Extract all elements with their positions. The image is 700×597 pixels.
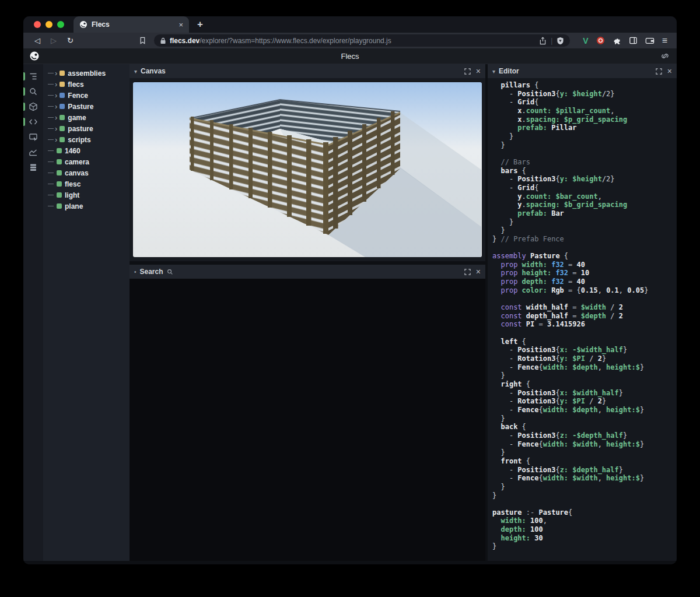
tree-item-label: flecs <box>68 80 83 89</box>
expand-chevron-icon[interactable]: › <box>55 114 57 121</box>
close-panel-icon[interactable]: × <box>476 67 481 75</box>
entity-color-swatch <box>60 115 65 120</box>
tree-connector <box>48 161 54 162</box>
share-icon[interactable] <box>539 37 547 45</box>
expand-chevron-icon[interactable]: › <box>55 136 57 143</box>
tree-item-assemblies[interactable]: ›assemblies <box>43 68 130 79</box>
expand-chevron-icon[interactable]: › <box>55 103 57 110</box>
tree-item-Pasture[interactable]: ›Pasture <box>43 101 130 112</box>
tree-connector <box>48 206 54 206</box>
tree-connector <box>48 184 54 184</box>
canvas-panel-header: ▾ Canvas × <box>130 64 485 78</box>
extensions-puzzle-icon[interactable] <box>612 36 621 45</box>
tree-item-pasture[interactable]: ›pasture <box>43 123 130 134</box>
url-domain: flecs.dev <box>170 37 200 45</box>
tree-item-flecs[interactable]: ›flecs <box>43 79 130 90</box>
tree-item-label: canvas <box>65 169 89 177</box>
tree-item-game[interactable]: ›game <box>43 112 130 123</box>
collapsed-indicator-icon[interactable]: • <box>134 269 136 275</box>
code-editor[interactable]: pillars { - Position3{y: $height/2} - Gr… <box>488 78 677 561</box>
tree-connector <box>48 128 54 129</box>
vue-devtools-icon[interactable]: V <box>583 36 588 45</box>
tree-connector <box>48 106 54 107</box>
close-window-button[interactable] <box>34 21 41 28</box>
tree-connector <box>48 73 54 73</box>
url-text: flecs.dev/explorer/?wasm=https://www.fle… <box>170 37 536 45</box>
fullscreen-icon[interactable] <box>464 269 471 275</box>
browser-window: Flecs × + ◁ ▷ ↻ flecs.dev/explorer/?wasm… <box>23 16 677 564</box>
tree-item-label: Pasture <box>68 103 93 111</box>
tree-item-light[interactable]: light <box>43 189 130 201</box>
entities-cube-icon[interactable] <box>23 99 43 114</box>
tree-item-label: flesc <box>65 180 80 188</box>
entity-color-swatch <box>57 181 62 187</box>
red-extension-icon[interactable] <box>596 36 605 45</box>
queries-rows-icon[interactable] <box>23 160 43 175</box>
tree-connector <box>48 84 54 85</box>
tree-item-flesc[interactable]: flesc <box>43 178 130 189</box>
3d-viewport[interactable] <box>133 82 482 257</box>
entity-color-swatch <box>57 192 62 198</box>
canvas-panel-title: Canvas <box>141 67 166 75</box>
collapse-chevron-icon[interactable]: ▾ <box>492 68 495 75</box>
code-text[interactable]: pillars { - Position3{y: $height/2} - Gr… <box>492 81 677 551</box>
bookmark-icon[interactable] <box>138 36 147 45</box>
canvas-screen-icon[interactable] <box>23 129 43 145</box>
brave-shield-icon[interactable] <box>556 37 564 45</box>
collapse-chevron-icon[interactable]: ▾ <box>134 68 137 75</box>
search-icon <box>167 269 173 275</box>
tree-connector <box>48 195 54 195</box>
expand-chevron-icon[interactable]: › <box>55 125 57 132</box>
tree-item-label: plane <box>65 202 83 210</box>
forward-button[interactable]: ▷ <box>47 36 61 45</box>
sidebar-panel-icon[interactable] <box>629 36 638 45</box>
app-header: Flecs <box>23 48 677 64</box>
tree-item-label: 1460 <box>65 147 80 155</box>
new-tab-button[interactable]: + <box>189 19 211 30</box>
code-icon[interactable] <box>23 114 43 129</box>
back-button[interactable]: ◁ <box>30 36 44 45</box>
entity-tree-panel: ›assemblies›flecs›Fence›Pasture›game›pas… <box>43 64 130 561</box>
expand-chevron-icon[interactable]: › <box>55 80 57 88</box>
tree-item-camera[interactable]: camera <box>43 156 130 167</box>
minimize-window-button[interactable] <box>46 21 52 28</box>
fullscreen-icon[interactable] <box>656 68 662 75</box>
tree-item-scripts[interactable]: ›scripts <box>43 134 130 145</box>
editor-panel: ▾ Editor × pillars { - Position3{y: $hei… <box>488 64 677 561</box>
search-panel-title: Search <box>140 268 163 276</box>
tree-item-1460[interactable]: 1460 <box>43 145 130 156</box>
fullscreen-icon[interactable] <box>464 68 471 75</box>
search-panel-body[interactable] <box>130 279 485 561</box>
outliner-icon[interactable] <box>23 69 43 84</box>
entity-color-swatch <box>57 170 62 175</box>
tree-item-label: light <box>65 191 79 199</box>
tree-item-Fence[interactable]: ›Fence <box>43 90 130 101</box>
tree-item-plane[interactable]: plane <box>43 201 130 212</box>
search-icon[interactable] <box>23 84 43 99</box>
reload-button[interactable]: ↻ <box>63 36 78 45</box>
desktop: Flecs × + ◁ ▷ ↻ flecs.dev/explorer/?wasm… <box>0 0 700 597</box>
expand-chevron-icon[interactable]: › <box>55 69 57 77</box>
tree-connector <box>48 139 54 140</box>
close-panel-icon[interactable]: × <box>667 67 672 75</box>
tab-close-icon[interactable]: × <box>178 21 183 29</box>
wallet-icon[interactable] <box>645 37 654 45</box>
zoom-window-button[interactable] <box>57 21 64 28</box>
browser-menu-icon[interactable]: ≡ <box>662 36 667 46</box>
favicon-flecs-logo <box>79 20 88 29</box>
tree-connector <box>48 95 54 96</box>
share-link-icon[interactable] <box>660 51 670 61</box>
close-panel-icon[interactable]: × <box>476 268 481 276</box>
tab-strip: Flecs × + <box>23 16 677 33</box>
expand-chevron-icon[interactable]: › <box>55 92 57 99</box>
address-bar[interactable]: flecs.dev/explorer/?wasm=https://www.fle… <box>154 34 570 47</box>
browser-toolbar: ◁ ▷ ↻ flecs.dev/explorer/?wasm=https://w… <box>23 33 677 48</box>
browser-tab[interactable]: Flecs × <box>74 16 189 33</box>
url-path: /explorer/?wasm=https://www.flecs.dev/ex… <box>200 37 391 45</box>
left-icon-rail <box>23 64 43 561</box>
separator: | <box>551 37 552 45</box>
tree-connector <box>48 173 54 173</box>
tree-item-label: game <box>68 114 86 122</box>
stats-chart-icon[interactable] <box>23 145 43 160</box>
tree-item-canvas[interactable]: canvas <box>43 167 130 178</box>
